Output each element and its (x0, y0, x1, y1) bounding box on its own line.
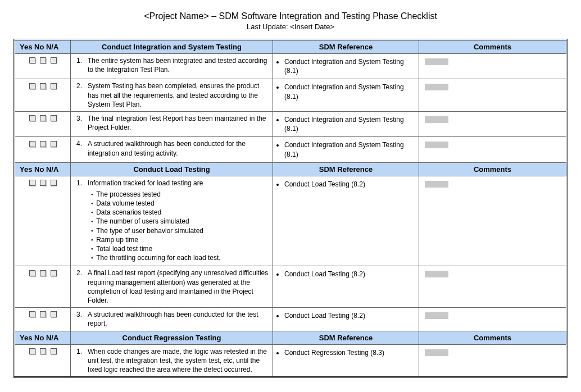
task-number: 3. (74, 114, 82, 132)
yes-checkbox[interactable] (29, 180, 35, 186)
task-number: 1. (74, 56, 82, 74)
table-row: 2.System Testing has been completed, ens… (15, 79, 567, 112)
no-checkbox[interactable] (40, 57, 46, 63)
task-subitem: Data scenarios tested (91, 208, 269, 217)
task-text: A structured walkthrough has been conduc… (88, 139, 269, 157)
comments-cell[interactable] (419, 266, 567, 308)
col-header-task: Conduct Regression Testing (71, 331, 273, 344)
no-checkbox[interactable] (40, 141, 46, 147)
comments-cell[interactable] (419, 54, 567, 79)
task-number: 4. (74, 139, 82, 157)
na-checkbox[interactable] (51, 141, 57, 147)
reference-item: Conduct Regression Testing (8.3) (284, 348, 415, 357)
table-row: 2.A final Load test report (specifying a… (15, 266, 567, 308)
table-row: 4.A structured walkthrough has been cond… (15, 137, 567, 162)
col-header-yn: Yes No N/A (15, 40, 71, 54)
task-subitem: The processes tested (91, 190, 269, 199)
task-cell: 1.The entire system has been integrated … (71, 54, 273, 79)
na-checkbox[interactable] (51, 270, 57, 276)
no-checkbox[interactable] (40, 83, 46, 89)
reference-cell: Conduct Load Testing (8.2) (273, 308, 419, 331)
task-text: The entire system has been integrated an… (88, 56, 269, 74)
task-subitem: The throttling occurring for each load t… (91, 253, 269, 262)
yes-no-na-cell (15, 79, 71, 112)
yes-checkbox[interactable] (29, 311, 35, 317)
task-subitem: The number of users simulated (91, 217, 269, 226)
col-header-task: Conduct Load Testing (71, 162, 273, 176)
yes-checkbox[interactable] (29, 83, 35, 89)
task-number: 2. (74, 268, 82, 305)
yes-checkbox[interactable] (29, 115, 35, 121)
reference-item: Conduct Integration and System Testing (… (284, 140, 415, 158)
na-checkbox[interactable] (51, 180, 57, 186)
col-header-ref: SDM Reference (273, 40, 419, 54)
no-checkbox[interactable] (40, 180, 46, 186)
col-header-comments: Comments (419, 40, 567, 54)
task-cell: 1.Information tracked for load testing a… (71, 176, 273, 266)
yes-checkbox[interactable] (29, 57, 35, 63)
reference-cell: Conduct Load Testing (8.2) (273, 176, 419, 266)
comment-placeholder (425, 116, 448, 123)
comments-cell[interactable] (419, 137, 567, 162)
na-checkbox[interactable] (51, 348, 57, 354)
yes-no-na-cell (15, 137, 71, 162)
comments-cell[interactable] (419, 111, 567, 136)
task-subitem: Ramp up time (91, 235, 269, 244)
reference-item: Conduct Load Testing (8.2) (284, 270, 415, 279)
comments-cell[interactable] (419, 344, 567, 377)
yes-no-na-cell (15, 176, 71, 266)
task-subitem: Data volume tested (91, 199, 269, 208)
task-text: The final integration Test Report has be… (88, 114, 269, 132)
reference-cell: Conduct Integration and System Testing (… (273, 54, 419, 79)
comment-placeholder (425, 181, 448, 188)
checklist-table: Yes No N/AConduct Integration and System… (13, 39, 568, 378)
task-text: A structured walkthrough has been conduc… (88, 310, 269, 328)
comments-cell[interactable] (419, 79, 567, 112)
task-text: A final Load test report (specifying any… (88, 268, 269, 305)
table-row: 1.When code changes are made, the logic … (15, 344, 567, 377)
reference-cell: Conduct Integration and System Testing (… (273, 111, 419, 136)
col-header-comments: Comments (419, 162, 567, 176)
reference-item: Conduct Integration and System Testing (… (284, 115, 415, 133)
col-header-comments: Comments (419, 331, 567, 344)
reference-cell: Conduct Integration and System Testing (… (273, 79, 419, 112)
task-sublist: The processes testedData volume testedDa… (91, 190, 269, 263)
task-cell: 2.A final Load test report (specifying a… (71, 266, 273, 308)
col-header-yn: Yes No N/A (15, 331, 71, 344)
task-text: When code changes are made, the logic wa… (88, 347, 269, 375)
task-text: System Testing has been completed, ensur… (88, 81, 269, 109)
yes-no-na-cell (15, 308, 71, 331)
comment-placeholder (425, 271, 448, 277)
yes-checkbox[interactable] (29, 270, 35, 276)
task-number: 2. (74, 81, 82, 109)
task-cell: 4.A structured walkthrough has been cond… (71, 137, 273, 162)
task-cell: 3.The final integration Test Report has … (71, 111, 273, 136)
comment-placeholder (425, 312, 448, 319)
yes-checkbox[interactable] (29, 348, 35, 354)
no-checkbox[interactable] (40, 270, 46, 276)
reference-item: Conduct Load Testing (8.2) (284, 311, 415, 320)
no-checkbox[interactable] (40, 115, 46, 121)
comments-cell[interactable] (419, 176, 567, 266)
yes-checkbox[interactable] (29, 141, 35, 147)
no-checkbox[interactable] (40, 348, 46, 354)
table-row: 1.Information tracked for load testing a… (15, 176, 567, 266)
reference-item: Conduct Load Testing (8.2) (284, 180, 415, 189)
na-checkbox[interactable] (51, 57, 57, 63)
page-subtitle: Last Update: <Insert Date> (13, 22, 568, 31)
yes-no-na-cell (15, 344, 71, 377)
task-cell: 2.System Testing has been completed, ens… (71, 79, 273, 112)
na-checkbox[interactable] (51, 83, 57, 89)
no-checkbox[interactable] (40, 311, 46, 317)
comment-placeholder (425, 142, 448, 148)
table-row: 3.A structured walkthrough has been cond… (15, 308, 567, 331)
task-subitem: The type of user behavior simulated (91, 226, 269, 235)
col-header-yn: Yes No N/A (15, 162, 71, 176)
comments-cell[interactable] (419, 308, 567, 331)
comment-placeholder (425, 84, 448, 90)
reference-cell: Conduct Load Testing (8.2) (273, 266, 419, 308)
comment-placeholder (425, 58, 448, 65)
col-header-ref: SDM Reference (273, 162, 419, 176)
na-checkbox[interactable] (51, 311, 57, 317)
na-checkbox[interactable] (51, 115, 57, 121)
